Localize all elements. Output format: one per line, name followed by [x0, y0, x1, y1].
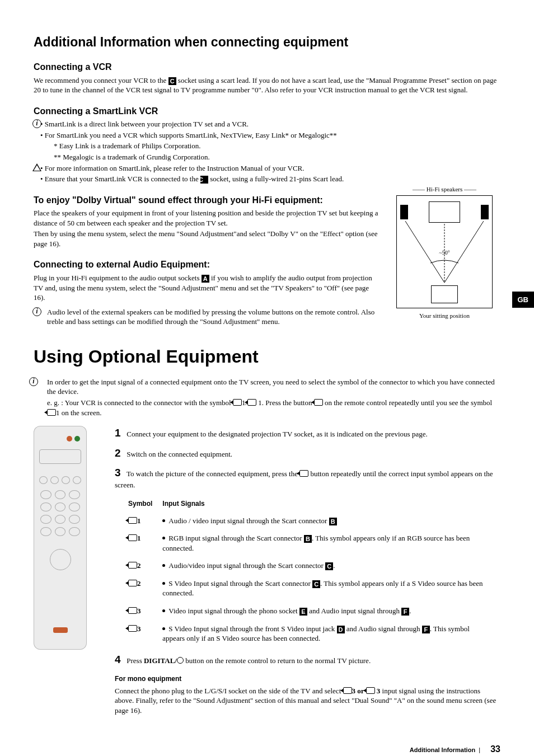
heading-vcr: Connecting a VCR [34, 61, 500, 73]
table-row: 1Audio / video input signal through the … [128, 514, 499, 530]
page-title: Additional Information when connecting e… [34, 34, 500, 51]
mono-p: Connect the phono plug to the L/G/S/I so… [115, 686, 500, 716]
table-row: 3Video input signal through the phono so… [128, 604, 499, 621]
smart-b4: • Ensure that your SmartLink VCR is conn… [40, 174, 500, 184]
smart-b3: • For more information on SmartLink, ple… [40, 163, 500, 173]
input-icon [343, 687, 352, 694]
input-icon [299, 470, 308, 477]
input-icon [233, 399, 242, 406]
info-icon: i [32, 307, 41, 316]
heading-smartlink: Connecting a SmartLink VCR [34, 105, 500, 118]
warning-icon [32, 163, 41, 171]
mono-heading: For mono equipment [115, 674, 500, 683]
using-intro2: e. g. : Your VCR is connected to the con… [47, 398, 500, 417]
socket-c-icon: C [168, 77, 176, 85]
page-footer: Additional Information | 33 [34, 743, 500, 755]
table-row: 2S Video Input signal through the Scart … [128, 576, 499, 603]
smart-b1: • SmartLink is a direct link between you… [40, 119, 500, 129]
language-tab: GB [512, 292, 535, 308]
socket-a-icon: A [202, 275, 209, 283]
using-title: Using Optional Equipment [34, 345, 500, 369]
circle-icon [177, 657, 184, 664]
step-2: 2 Switch on the connected equipment. [115, 446, 500, 461]
remote-control-illustration [34, 426, 87, 650]
symbol-table: Symbol Input Signals 1Audio / video inpu… [127, 496, 500, 649]
table-row: 3S Video Input signal through the front … [128, 622, 499, 648]
input-icon [47, 409, 56, 416]
input-icon [314, 399, 323, 406]
svg-line-1 [444, 221, 484, 283]
smart-b2a: * Easy Link is a trademark of Philips Co… [40, 141, 500, 151]
table-row: 1RGB input signal through the Scart conn… [128, 531, 499, 557]
step-1: 1 Connect your equipment to the designat… [115, 426, 500, 440]
smart-b2b: ** Megalogic is a trademark of Grundig C… [40, 152, 500, 162]
ext-note: Audio level of the external speakers can… [47, 307, 500, 327]
input-icon [366, 687, 375, 694]
speaker-diagram: —— Hi-Fi speakers —— ~50° Your sitting p… [388, 185, 500, 322]
using-intro1: In order to get the input signal of a co… [47, 377, 500, 397]
smart-b2: • For SmartLink you need a VCR which sup… [40, 130, 500, 140]
socket-c-icon: C [200, 176, 208, 184]
input-icon [247, 399, 256, 406]
step-4: 4 Press DIGITAL/ button on the remote co… [115, 652, 500, 667]
table-row: 2Audio/video input signal through the Sc… [128, 558, 499, 575]
vcr-p1: We recommend you connect your VCR to the… [34, 76, 500, 95]
info-icon: i [29, 377, 38, 386]
step-3: 3 To watch the picture of the connected … [115, 466, 500, 490]
